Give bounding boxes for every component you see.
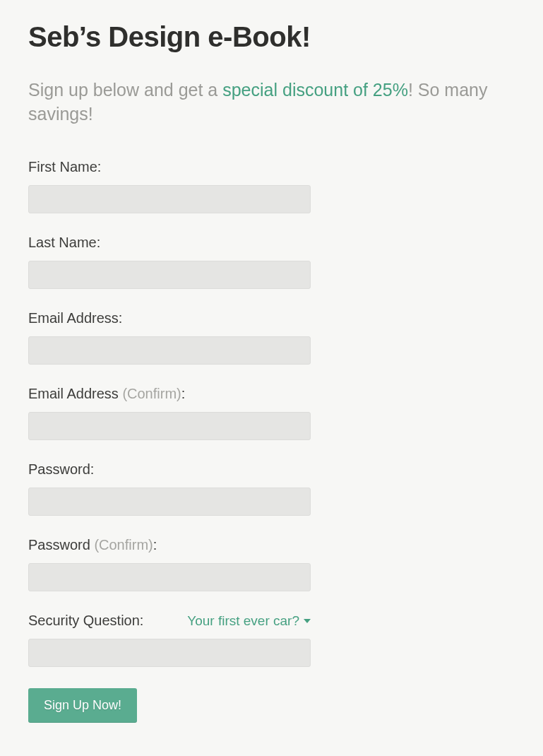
subheading-before: Sign up below and get a bbox=[28, 80, 222, 100]
security-answer-input[interactable] bbox=[28, 639, 311, 667]
last-name-label: Last Name: bbox=[28, 235, 100, 251]
field-email-confirm: Email Address (Confirm): bbox=[28, 386, 311, 440]
last-name-input[interactable] bbox=[28, 261, 311, 289]
password-confirm-input[interactable] bbox=[28, 563, 311, 591]
security-question-dropdown[interactable]: Your first ever car? bbox=[187, 613, 311, 629]
field-password: Password: bbox=[28, 461, 311, 516]
caret-down-icon bbox=[304, 618, 311, 625]
email-input[interactable] bbox=[28, 336, 311, 365]
first-name-label: First Name: bbox=[28, 159, 101, 175]
security-question-selected: Your first ever car? bbox=[187, 613, 299, 629]
first-name-input[interactable] bbox=[28, 185, 311, 213]
signup-button[interactable]: Sign Up Now! bbox=[28, 688, 137, 723]
field-password-confirm: Password (Confirm): bbox=[28, 537, 311, 591]
field-last-name: Last Name: bbox=[28, 235, 311, 289]
field-security-question: Security Question: Your first ever car? bbox=[28, 613, 311, 667]
email-confirm-label: Email Address (Confirm): bbox=[28, 386, 185, 402]
email-confirm-input[interactable] bbox=[28, 412, 311, 440]
signup-form: First Name: Last Name: Email Address: Em… bbox=[28, 159, 311, 723]
email-label: Email Address: bbox=[28, 310, 122, 326]
page-subheading: Sign up below and get a special discount… bbox=[28, 78, 508, 126]
page-title: Seb’s Design e-Book! bbox=[28, 21, 515, 53]
field-first-name: First Name: bbox=[28, 159, 311, 213]
subheading-highlight: special discount of 25% bbox=[222, 80, 408, 100]
password-label: Password: bbox=[28, 461, 94, 478]
password-input[interactable] bbox=[28, 488, 311, 516]
password-confirm-label: Password (Confirm): bbox=[28, 537, 157, 553]
field-email: Email Address: bbox=[28, 310, 311, 365]
security-question-label: Security Question: bbox=[28, 613, 143, 629]
